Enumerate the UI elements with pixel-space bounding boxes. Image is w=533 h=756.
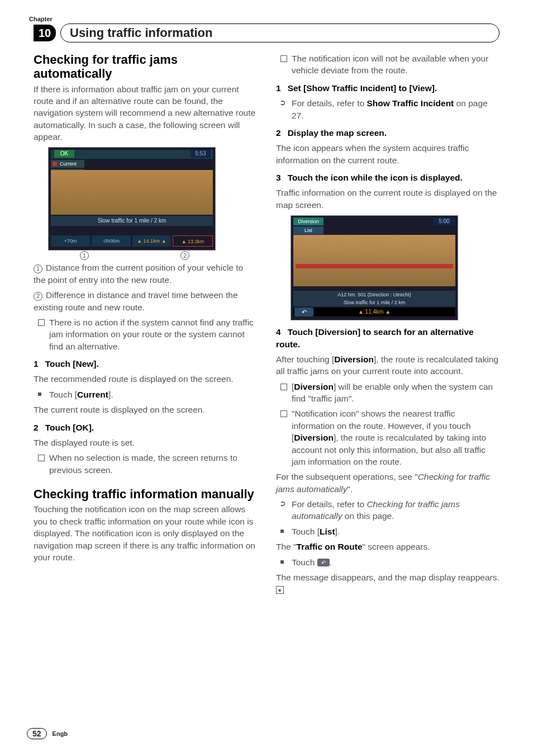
page-number: 52: [27, 728, 47, 739]
step-1-body2: The current route is displayed on the sc…: [34, 404, 257, 415]
rstep-2-body: The icon appears when the system acquire…: [276, 142, 499, 166]
callout-2-marker: 2: [180, 251, 189, 260]
ss2-list-btn: List: [293, 226, 323, 234]
rstep-3-head: 3Touch the icon while the icon is displa…: [276, 172, 499, 183]
left-column: Checking for traffic jams automatically …: [34, 53, 257, 599]
step-2-body: The displayed route is set.: [34, 437, 257, 448]
rstep-4-note2: "Notification icon" shows the nearest tr…: [276, 408, 499, 467]
ss1-ok-button: OK: [54, 150, 74, 158]
ss2-clock: 5:00: [433, 218, 455, 225]
touch-back: Touch ↶.: [276, 556, 499, 568]
note-no-action: There is no action if the system cannot …: [34, 316, 257, 352]
callout-1: 1Distance from the current position of y…: [34, 262, 257, 286]
chapter-label: Chapter: [29, 16, 53, 22]
rstep-1-head: 1Set [Show Traffic Incident] to [View].: [276, 82, 499, 94]
screenshot-new-route: OK 5:53 Current New Slow traffic for 1 m…: [48, 147, 216, 251]
rstep-4-head: 4Touch [Diversion] to search for an alte…: [276, 326, 499, 350]
ss1-delta-time: -0h08m: [92, 235, 131, 247]
rstep-2-head: 2Display the map screen.: [276, 127, 499, 139]
page-footer: 52 Engb: [27, 728, 68, 739]
ss1-traffic-message: Slow traffic for 1 mile / 2 km: [51, 216, 213, 226]
ss1-map-area: [51, 170, 213, 215]
subsequent-ops: For the subsequent operations, see "Chec…: [276, 471, 499, 495]
msg-disappears: The message disappears, and the map disp…: [276, 571, 499, 596]
ss1-current-dist: ▲ 14.1km ▲: [132, 235, 172, 247]
step-2-note: When no selection is made, the screen re…: [34, 452, 257, 476]
chapter-number-badge: 10: [34, 25, 56, 41]
note-deviate: The notification icon will not be availa…: [276, 53, 499, 77]
chapter-title: Using traffic information: [60, 23, 499, 42]
language-code: Engb: [53, 730, 68, 737]
callout-1-marker: 1: [80, 251, 89, 260]
section-heading-manual: Checking traffic information manually: [34, 487, 257, 501]
section-heading-auto: Checking for traffic jams automatically: [34, 53, 257, 81]
screenshot-diversion: Diversion List 5:00 A12 hm. 501 (Directi…: [291, 215, 458, 320]
end-section-icon: ■: [276, 586, 284, 594]
step-1-sub: Touch [Current].: [34, 389, 257, 400]
ss1-current-pill: Current: [51, 160, 84, 168]
callout-2: 2Difference in distance and travel time …: [34, 289, 257, 313]
rstep-3-body: Traffic information on the current route…: [276, 187, 499, 211]
ref-auto: For details, refer to Checking for traff…: [276, 498, 499, 522]
step-1-head: 1Touch [New].: [34, 358, 257, 370]
right-column: The notification icon will not be availa…: [276, 53, 499, 599]
ss2-diversion-btn: Diversion: [293, 218, 323, 225]
ss2-road-info: A12 hm. 501 (Direction : Utrecht): [293, 291, 455, 299]
intro-paragraph: If there is information about traffic ja…: [34, 83, 257, 143]
ss2-traffic-msg: Slow traffic for 1 mile / 2 km: [293, 299, 455, 306]
chapter-header: 10 Using traffic information: [34, 17, 499, 42]
rstep-4-body: After touching [Diversion], the route is…: [276, 353, 499, 377]
ss2-back-btn: ↶: [294, 308, 313, 316]
ss2-distance: ▲ 11.4km ▲: [293, 308, 455, 316]
rstep-4-note1: [Diversion] will be enable only when the…: [276, 381, 499, 405]
ss1-new-dist: ▲ 13.3km: [173, 235, 213, 247]
step-2-head: 2Touch [OK].: [34, 422, 257, 433]
back-icon: ↶: [317, 559, 330, 566]
ss1-delta-dist: +70m: [51, 235, 90, 247]
rstep-1-ref: For details, refer to Show Traffic Incid…: [276, 97, 499, 121]
touch-list: Touch [List].: [276, 526, 499, 537]
ss2-map-area: [293, 235, 455, 286]
traffic-on-route: The "Traffic on Route" screen appears.: [276, 541, 499, 552]
ss1-clock: 5:53: [191, 150, 211, 158]
manual-paragraph: Touching the notification icon on the ma…: [34, 503, 257, 563]
step-1-body: The recommended route is displayed on th…: [34, 373, 257, 385]
